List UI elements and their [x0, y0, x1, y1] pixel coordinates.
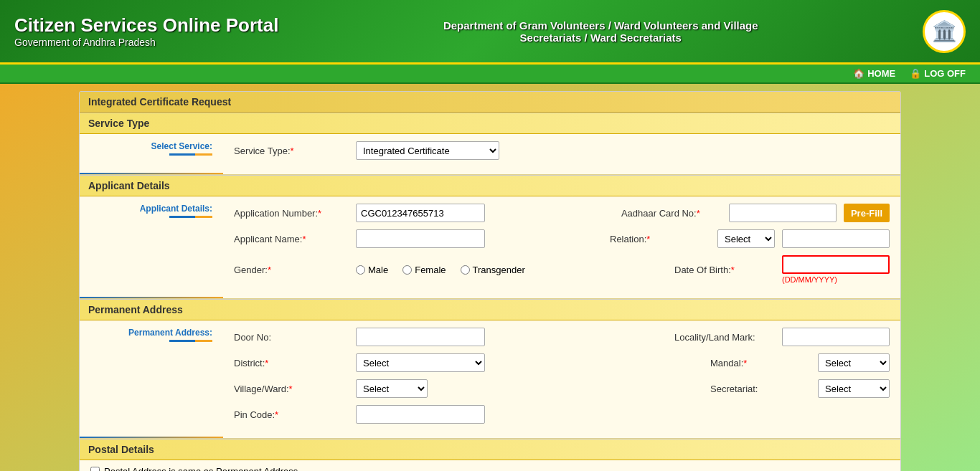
dept-name: Department of Gram Volunteers / Ward Vol… — [439, 19, 762, 44]
logoff-label: LOG OFF — [924, 68, 966, 79]
sidebar-underline — [169, 153, 212, 156]
gender-dob-row: Gender:* Male Female Transgender Date Of… — [234, 255, 890, 284]
service-type-section: Select Service: Service Type:* Integrate… — [80, 134, 900, 175]
perm-locality-input[interactable] — [782, 328, 890, 346]
main-section-header: Integrated Certificate Request — [80, 92, 900, 113]
portal-title: Citizen Services Online Portal — [14, 14, 278, 37]
logo-emblem: 🏛️ — [932, 19, 957, 43]
gender-transgender[interactable]: Transgender — [461, 265, 525, 275]
home-icon: 🏠 — [853, 68, 864, 79]
relation-select[interactable]: Select — [717, 229, 775, 248]
service-type-content: Service Type:* Integrated Certificate — [223, 134, 900, 174]
perm-village-row: Village/Ward:* Select Secretariat: Selec… — [234, 379, 890, 398]
perm-district-select[interactable]: Select — [356, 353, 485, 372]
prefill-button[interactable]: Pre-Fill — [844, 204, 890, 222]
service-type-row: Service Type:* Integrated Certificate — [234, 141, 890, 160]
permanent-address-content: Door No: Locality/Land Mark: District:* … — [223, 320, 900, 438]
gender-female[interactable]: Female — [402, 265, 446, 275]
main-content: Integrated Certificate Request Service T… — [79, 91, 901, 471]
logoff-link[interactable]: 🔒 LOG OFF — [910, 68, 966, 79]
perm-secretariat-select[interactable]: Select — [818, 379, 890, 398]
applicant-details-section: Applicant Details: Application Number:* … — [80, 196, 900, 299]
perm-door-input[interactable] — [356, 328, 485, 346]
postal-same-label: Postal Address is same as Permanent Addr… — [104, 466, 298, 471]
permanent-address-label: Permanent Address: — [128, 328, 212, 338]
applicant-name-row: Applicant Name:* Relation:* Select — [234, 229, 890, 248]
postal-details-header: Postal Details — [80, 439, 900, 460]
postal-same-row: Postal Address is same as Permanent Addr… — [80, 460, 900, 471]
dob-hint: (DD/MM/YYYY) — [782, 275, 890, 284]
header-left: Citizen Services Online Portal Governmen… — [14, 14, 278, 48]
applicant-details-header: Applicant Details — [80, 175, 900, 196]
permanent-address-label-container: Permanent Address: — [80, 320, 223, 438]
applicant-details-content: Application Number:* Aadhaar Card No:* P… — [223, 196, 900, 298]
postal-details-title: Postal Details — [88, 444, 154, 455]
navbar: 🏠 HOME 🔒 LOG OFF — [0, 65, 980, 84]
perm-sidebar-underline — [169, 340, 212, 342]
main-title: Integrated Certificate Request — [88, 96, 231, 108]
applicant-details-label: Applicant Details: — [140, 204, 212, 214]
permanent-address-section: Permanent Address: Door No: Locality/Lan… — [80, 320, 900, 439]
applicant-name-input[interactable] — [356, 229, 485, 248]
dob-input[interactable] — [782, 255, 890, 274]
perm-pincode-input[interactable] — [356, 405, 485, 424]
aadhaar-input[interactable] — [729, 204, 837, 222]
dob-container: (DD/MM/YYYY) — [782, 255, 890, 284]
select-service-label-container: Select Service: — [80, 134, 223, 174]
header: Citizen Services Online Portal Governmen… — [0, 0, 980, 65]
perm-door-row: Door No: Locality/Land Mark: — [234, 328, 890, 346]
gender-male[interactable]: Male — [356, 265, 388, 275]
applicant-details-label-container: Applicant Details: — [80, 196, 223, 298]
applicant-sidebar-underline — [169, 216, 212, 218]
gender-options: Male Female Transgender — [356, 265, 525, 275]
select-service-label: Select Service: — [151, 141, 212, 151]
service-type-header: Service Type — [80, 113, 900, 134]
permanent-address-title: Permanent Address — [88, 304, 183, 315]
perm-district-row: District:* Select Mandal:* Select — [234, 353, 890, 372]
applicant-details-title: Applicant Details — [88, 180, 170, 191]
application-number-input[interactable] — [356, 204, 485, 222]
home-label: HOME — [867, 68, 895, 79]
permanent-address-header: Permanent Address — [80, 299, 900, 320]
relation-text-input[interactable] — [782, 229, 890, 248]
service-type-field-label: Service Type:* — [234, 146, 349, 156]
app-number-row: Application Number:* Aadhaar Card No:* P… — [234, 204, 890, 222]
service-type-title: Service Type — [88, 118, 149, 129]
home-link[interactable]: 🏠 HOME — [853, 68, 895, 79]
perm-pincode-row: Pin Code:* — [234, 405, 890, 424]
perm-village-select[interactable]: Select — [356, 379, 428, 398]
portal-subtitle: Government of Andhra Pradesh — [14, 37, 278, 48]
lock-icon: 🔒 — [910, 68, 921, 79]
gender-male-radio[interactable] — [356, 265, 365, 275]
gender-transgender-radio[interactable] — [461, 265, 470, 275]
perm-mandal-select[interactable]: Select — [818, 353, 890, 372]
gender-female-radio[interactable] — [402, 265, 412, 275]
logo: 🏛️ — [923, 10, 966, 53]
service-type-select[interactable]: Integrated Certificate — [356, 141, 499, 160]
postal-same-checkbox[interactable] — [90, 467, 100, 471]
